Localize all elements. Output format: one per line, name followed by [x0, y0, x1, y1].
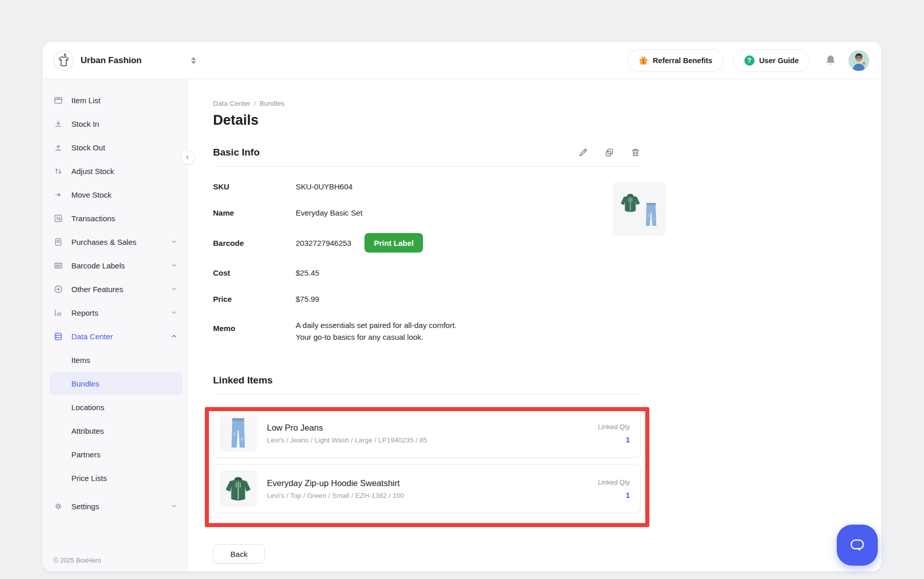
- sidebar-item-bundles[interactable]: Bundles: [50, 372, 183, 395]
- linked-item-row[interactable]: Low Pro Jeans Levi's / Jeans / Light Was…: [213, 409, 641, 458]
- barcode-value: 2032727946253: [296, 237, 351, 249]
- hoodie-thumbnail: [220, 470, 257, 507]
- bar-chart-icon: [53, 308, 63, 318]
- app-window: Urban Fashion Referral Benefits ? User G…: [43, 42, 881, 571]
- sidebar-item-other-features[interactable]: Other Features: [43, 277, 187, 301]
- page-title: Details: [213, 112, 641, 128]
- linked-item-attributes: Levi's / Top / Green / Small / EZH-1382 …: [267, 492, 404, 499]
- linked-qty-label: Linked Qty: [598, 478, 630, 486]
- sidebar-item-item-list[interactable]: Item List: [43, 88, 187, 112]
- linked-items-header: Linked Items: [213, 375, 641, 386]
- arrow-down-tray-icon: [53, 119, 63, 129]
- back-button[interactable]: Back: [213, 544, 265, 564]
- sidebar-item-move-stock[interactable]: Move Stock: [43, 183, 187, 206]
- main-panel: Data Center / Bundles Details Basic Info: [188, 79, 881, 571]
- linked-qty-value: 1: [598, 491, 630, 499]
- database-icon: [53, 332, 63, 341]
- sidebar-item-settings[interactable]: Settings: [43, 494, 187, 518]
- sidebar-item-stock-out[interactable]: Stock Out: [43, 136, 187, 159]
- sidebar-item-data-center[interactable]: Data Center: [43, 324, 187, 348]
- section-divider: [213, 394, 641, 395]
- sidebar-item-price-lists[interactable]: Price Lists: [43, 466, 187, 490]
- sidebar-item-items[interactable]: Items: [43, 348, 187, 372]
- field-price: Price $75.99: [213, 293, 641, 305]
- notifications-bell-icon[interactable]: [824, 54, 837, 67]
- basic-info-heading: Basic Info: [213, 147, 260, 158]
- edit-icon[interactable]: [578, 147, 588, 158]
- section-divider: [213, 166, 641, 167]
- breadcrumb-page[interactable]: Bundles: [260, 100, 285, 107]
- field-sku: SKU SKU-0UYBH604: [213, 181, 641, 192]
- chat-launcher-button[interactable]: [837, 525, 878, 566]
- linked-item-row[interactable]: Everyday Zip-up Hoodie Sweatshirt Levi's…: [213, 464, 641, 513]
- linked-items-heading: Linked Items: [213, 375, 273, 386]
- field-barcode: Barcode 2032727946253 Print Label: [213, 233, 641, 253]
- delete-icon[interactable]: [630, 147, 641, 158]
- arrow-right-dotted-icon: [53, 190, 63, 200]
- price-value: $75.99: [296, 293, 319, 305]
- arrows-up-down-icon: [53, 166, 63, 176]
- field-cost: Cost $25.45: [213, 267, 641, 279]
- linked-items-list: Low Pro Jeans Levi's / Jeans / Light Was…: [213, 409, 641, 513]
- chevron-down-icon: [170, 238, 178, 245]
- cost-value: $25.45: [296, 267, 319, 279]
- linked-qty-label: Linked Qty: [598, 423, 630, 431]
- chevron-down-icon: [170, 285, 178, 293]
- document-icon: [53, 237, 63, 247]
- field-memo: Memo A daily essentials set paired for a…: [213, 319, 641, 343]
- sidebar-nav: Item List Stock In Stock Out: [43, 79, 187, 571]
- chevron-down-icon: [170, 503, 178, 510]
- name-value: Everyday Basic Set: [296, 207, 362, 219]
- sidebar-item-partners[interactable]: Partners: [43, 442, 187, 466]
- basic-info-header: Basic Info: [213, 147, 641, 158]
- breadcrumb-section[interactable]: Data Center: [213, 100, 251, 107]
- sidebar-item-stock-in[interactable]: Stock In: [43, 112, 187, 136]
- transactions-icon: [53, 214, 63, 223]
- referral-benefits-button[interactable]: Referral Benefits: [628, 49, 723, 72]
- linked-item-name: Everyday Zip-up Hoodie Sweatshirt: [267, 478, 404, 488]
- chevron-down-icon: [170, 262, 178, 269]
- plus-circle-icon: [53, 284, 63, 294]
- workspace-logo-icon: [53, 50, 74, 71]
- sidebar-item-purchases-sales[interactable]: Purchases & Sales: [43, 230, 187, 254]
- box-icon: [53, 95, 63, 105]
- question-icon: ?: [744, 55, 755, 66]
- memo-value: A daily essentials set paired for all-da…: [296, 319, 456, 343]
- sku-value: SKU-0UYBH604: [296, 181, 353, 192]
- gear-icon: [53, 501, 63, 511]
- bundle-image: [612, 182, 666, 236]
- referral-benefits-label: Referral Benefits: [653, 56, 713, 65]
- linked-item-attributes: Levi's / Jeans / Light Wash / Large / LP…: [267, 436, 427, 444]
- gift-icon: [639, 55, 648, 65]
- linked-qty-value: 1: [598, 435, 630, 444]
- user-avatar[interactable]: [849, 50, 869, 71]
- sidebar-item-barcode-labels[interactable]: Barcode Labels: [43, 254, 187, 277]
- copyright-footer: © 2025 BoxHero: [53, 557, 101, 564]
- basic-info-fields: SKU SKU-0UYBH604 Name Everyday Basic Set…: [213, 181, 641, 343]
- workspace-switcher[interactable]: [191, 57, 196, 64]
- print-label-button[interactable]: Print Label: [364, 233, 423, 253]
- field-name: Name Everyday Basic Set: [213, 207, 641, 219]
- linked-item-name: Low Pro Jeans: [267, 423, 427, 433]
- sidebar-collapse-button[interactable]: [180, 150, 195, 165]
- workspace-name: Urban Fashion: [81, 55, 142, 66]
- chevron-up-icon: [170, 333, 178, 340]
- user-guide-button[interactable]: ? User Guide: [734, 49, 810, 72]
- arrow-up-tray-icon: [53, 143, 63, 152]
- chevron-down-icon: [170, 309, 178, 316]
- sidebar-item-adjust-stock[interactable]: Adjust Stock: [43, 159, 187, 183]
- user-guide-label: User Guide: [759, 56, 799, 65]
- top-header: Urban Fashion Referral Benefits ? User G…: [43, 42, 881, 79]
- jeans-thumbnail: [220, 415, 257, 452]
- sidebar-item-transactions[interactable]: Transactions: [43, 206, 187, 230]
- duplicate-icon[interactable]: [604, 147, 614, 158]
- barcode-icon: [53, 261, 63, 271]
- sidebar-item-reports[interactable]: Reports: [43, 301, 187, 324]
- sidebar-item-attributes[interactable]: Attributes: [43, 419, 187, 442]
- breadcrumb: Data Center / Bundles: [213, 100, 641, 107]
- sidebar-item-locations[interactable]: Locations: [43, 395, 187, 419]
